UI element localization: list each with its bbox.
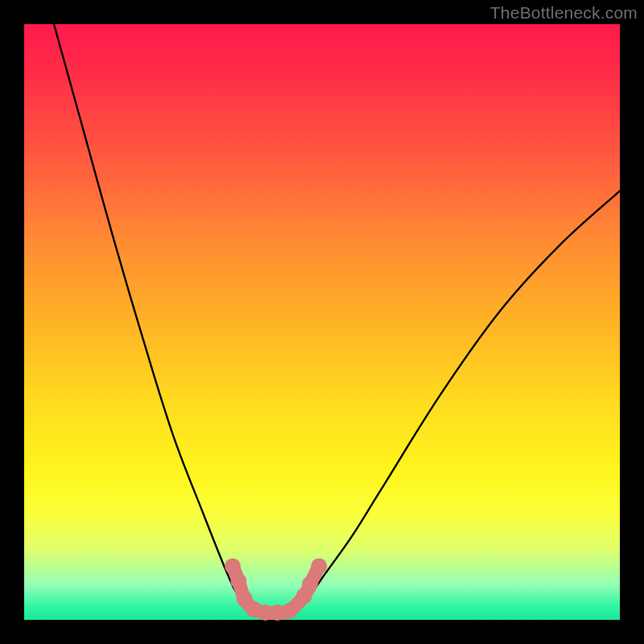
plot-area bbox=[24, 24, 620, 620]
marker-point bbox=[311, 558, 327, 574]
watermark-text: TheBottleneck.com bbox=[490, 3, 638, 23]
marker-point bbox=[302, 576, 318, 592]
marker-point bbox=[225, 558, 241, 574]
marker-point bbox=[230, 573, 246, 589]
marker-point bbox=[281, 603, 297, 619]
series-right-branch bbox=[298, 191, 620, 608]
curve-layer bbox=[24, 24, 620, 620]
chart-stage: TheBottleneck.com bbox=[0, 0, 644, 644]
series-left-branch bbox=[54, 24, 250, 608]
